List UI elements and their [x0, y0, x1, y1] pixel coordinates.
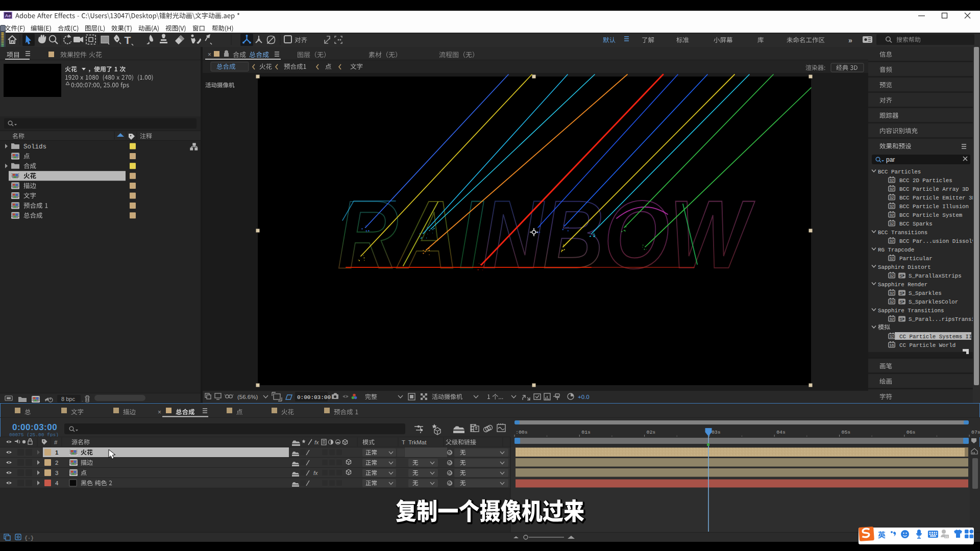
svg-text:N: N	[482, 180, 545, 289]
svg-text:8 bpc: 8 bpc	[61, 396, 75, 402]
svg-text:S_Sparkles: S_Sparkles	[909, 290, 942, 296]
svg-text:BCC Transitions: BCC Transitions	[878, 230, 927, 236]
svg-text:BCC Particle Illusion: BCC Particle Illusion	[899, 204, 969, 210]
svg-text:1: 1	[55, 449, 59, 456]
svg-text:32: 32	[890, 317, 894, 321]
svg-text:par: par	[886, 156, 895, 163]
svg-text:S: S	[899, 317, 902, 322]
svg-text:S: S	[899, 299, 902, 305]
svg-text:BCC Sparks: BCC Sparks	[899, 221, 933, 227]
svg-text:4: 4	[55, 480, 59, 486]
svg-text:CC Particle World: CC Particle World	[899, 342, 955, 348]
svg-text:Ae: Ae	[5, 13, 11, 18]
svg-text:I: I	[459, 180, 484, 289]
svg-text:(56.6%): (56.6%)	[237, 394, 258, 400]
svg-text:32: 32	[890, 273, 894, 278]
svg-text:3: 3	[55, 470, 58, 476]
svg-text:BCC Particle Array 3D: BCC Particle Array 3D	[899, 186, 969, 192]
svg-text:A: A	[396, 180, 459, 289]
svg-text:#: #	[54, 439, 58, 445]
svg-text:fx: fx	[314, 439, 319, 445]
svg-text:R: R	[337, 180, 398, 289]
svg-text:+0.0: +0.0	[578, 394, 590, 400]
svg-text:×: ×	[208, 51, 211, 58]
svg-text:32: 32	[890, 195, 894, 200]
svg-text:S: S	[899, 273, 902, 279]
svg-text:Sapphire Distort: Sapphire Distort	[878, 264, 931, 270]
svg-text:BCC Particle Emitter 3D: BCC Particle Emitter 3D	[899, 195, 975, 201]
svg-text:32: 32	[890, 187, 894, 191]
svg-text:04s: 04s	[776, 430, 786, 435]
svg-text:»: »	[848, 36, 852, 44]
svg-text:32: 32	[890, 213, 894, 217]
svg-text:32: 32	[890, 256, 894, 261]
svg-text:.: .	[82, 396, 83, 403]
svg-text:BCC Par...usion Dissolve: BCC Par...usion Dissolve	[899, 238, 979, 244]
svg-text:T: T	[402, 439, 405, 445]
svg-text:BCC Particle System: BCC Particle System	[899, 212, 962, 218]
svg-text:CC Particle Systems II: CC Particle Systems II	[899, 334, 972, 340]
svg-text:BCC 2D Particles: BCC 2D Particles	[899, 178, 952, 184]
svg-text:0:00:03:00: 0:00:03:00	[12, 422, 57, 432]
svg-text:2: 2	[55, 460, 58, 466]
svg-text:07s: 07s	[971, 430, 980, 435]
svg-text:21: 21	[945, 535, 948, 538]
svg-text:02s: 02s	[647, 430, 656, 435]
svg-text:S_Paral...ripsTransiti: S_Paral...ripsTransiti	[909, 316, 980, 322]
svg-text:32: 32	[890, 221, 894, 226]
svg-text:S: S	[899, 291, 902, 296]
svg-text:RG Trapcode: RG Trapcode	[878, 247, 914, 253]
svg-text:Particular: Particular	[899, 256, 933, 262]
svg-text:T: T	[125, 34, 131, 46]
svg-text:{·}: {·}	[24, 536, 34, 541]
svg-text:06s: 06s	[906, 430, 916, 435]
svg-text:0:00:03:00: 0:00:03:00	[297, 394, 331, 400]
svg-text:S_SparklesColor: S_SparklesColor	[909, 299, 958, 305]
svg-text:32: 32	[890, 239, 894, 243]
svg-text:S_ParallaxStrips: S_ParallaxStrips	[909, 273, 962, 279]
svg-text:Sapphire Transitions: Sapphire Transitions	[878, 308, 944, 314]
svg-text:05s: 05s	[842, 430, 851, 435]
svg-text:TrkMat: TrkMat	[408, 439, 427, 445]
svg-text:16: 16	[890, 343, 894, 347]
svg-text:32: 32	[890, 334, 894, 339]
svg-text:Sapphire Render: Sapphire Render	[878, 282, 927, 288]
svg-text:01s: 01s	[581, 430, 591, 435]
svg-text:W: W	[669, 180, 755, 289]
svg-text:03s: 03s	[712, 430, 721, 435]
svg-text:B: B	[543, 180, 604, 289]
svg-text:Solids: Solids	[23, 143, 46, 151]
svg-text:32: 32	[890, 299, 894, 304]
svg-text:32: 32	[890, 204, 894, 209]
svg-text:×: ×	[158, 409, 161, 416]
svg-text:fx: fx	[313, 470, 318, 476]
svg-text:32: 32	[890, 291, 894, 295]
svg-text:32: 32	[890, 178, 894, 183]
svg-text::00s: :00s	[516, 430, 528, 435]
svg-text:BCC Particles: BCC Particles	[878, 169, 921, 175]
